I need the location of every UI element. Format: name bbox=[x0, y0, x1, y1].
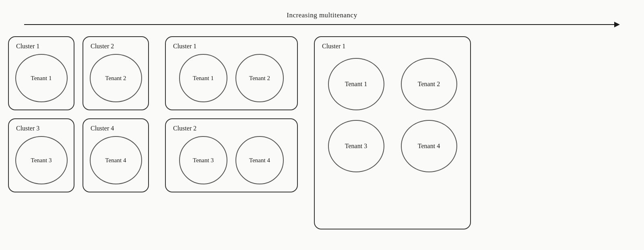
section1-cluster1-tenant1: Tenant 1 bbox=[15, 54, 68, 102]
section1-cluster4-label: Cluster 4 bbox=[89, 125, 142, 132]
section1-cluster1-tenant1-label: Tenant 1 bbox=[31, 75, 52, 82]
arrow-container: Increasing multitenancy bbox=[24, 11, 620, 27]
section2-cluster2-tenant2: Tenant 4 bbox=[235, 136, 284, 184]
section3-cluster1-tenant2: Tenant 2 bbox=[401, 58, 457, 110]
section2-cluster1-label: Cluster 1 bbox=[171, 43, 291, 50]
section1-cluster2-tenant1-label: Tenant 2 bbox=[105, 75, 126, 82]
section2-cluster1-tenant2-label: Tenant 2 bbox=[249, 75, 270, 82]
section2-cluster1-tenant1-label: Tenant 1 bbox=[193, 75, 214, 82]
section2-cluster2-label: Cluster 2 bbox=[171, 125, 291, 132]
section2-cluster-2: Cluster 2 Tenant 3 Tenant 4 bbox=[165, 118, 298, 192]
section2-cluster-1: Cluster 1 Tenant 1 Tenant 2 bbox=[165, 36, 298, 110]
section1-cluster2-tenant1: Tenant 2 bbox=[90, 54, 142, 102]
page: Increasing multitenancy Cluster 1 Tenant… bbox=[0, 0, 644, 250]
section1-cluster3-tenant1: Tenant 3 bbox=[15, 136, 68, 184]
section1-cluster-4: Cluster 4 Tenant 4 bbox=[83, 118, 149, 192]
section3-cluster1-tenant4-label: Tenant 4 bbox=[418, 143, 440, 150]
section-two-clusters: Cluster 1 Tenant 1 Tenant 2 Cluster 2 Te… bbox=[165, 36, 298, 192]
section1-cluster-2: Cluster 2 Tenant 2 bbox=[83, 36, 149, 110]
section-separate-clusters: Cluster 1 Tenant 1 Cluster 2 Tenant 2 Cl… bbox=[8, 36, 149, 192]
section1-cluster-3: Cluster 3 Tenant 3 bbox=[8, 118, 74, 192]
section2-cluster1-tenant1: Tenant 1 bbox=[179, 54, 227, 102]
section3-cluster1-tenant1-label: Tenant 1 bbox=[345, 81, 367, 88]
section2-cluster2-tenant2-label: Tenant 4 bbox=[249, 157, 270, 164]
section1-cluster4-tenant1-label: Tenant 4 bbox=[105, 157, 126, 164]
section3-cluster1-tenant4: Tenant 4 bbox=[401, 120, 457, 172]
content-area: Cluster 1 Tenant 1 Cluster 2 Tenant 2 Cl… bbox=[8, 36, 636, 242]
arrow-label: Increasing multitenancy bbox=[287, 11, 357, 19]
section1-cluster1-label: Cluster 1 bbox=[14, 43, 68, 50]
section2-cluster2-tenants-row: Tenant 3 Tenant 4 bbox=[171, 136, 291, 184]
section2-cluster2-tenant1: Tenant 3 bbox=[179, 136, 227, 184]
section2-cluster1-tenant2: Tenant 2 bbox=[235, 54, 284, 102]
section3-cluster1-tenant3: Tenant 3 bbox=[328, 120, 384, 172]
section-one-cluster: Cluster 1 Tenant 1 Tenant 2 Tenant 3 Ten… bbox=[314, 36, 471, 229]
section3-cluster1-tenants-grid: Tenant 1 Tenant 2 Tenant 3 Tenant 4 bbox=[320, 54, 464, 172]
arrow-head bbox=[614, 22, 620, 27]
section1-cluster-1: Cluster 1 Tenant 1 bbox=[8, 36, 74, 110]
section1-cluster4-tenant1: Tenant 4 bbox=[90, 136, 142, 184]
section3-cluster1-tenant3-label: Tenant 3 bbox=[345, 143, 367, 150]
section3-cluster1-tenant1: Tenant 1 bbox=[328, 58, 384, 110]
section1-cluster3-tenant1-label: Tenant 3 bbox=[31, 157, 52, 164]
section2-cluster2-tenant1-label: Tenant 3 bbox=[193, 157, 214, 164]
section3-cluster-1: Cluster 1 Tenant 1 Tenant 2 Tenant 3 Ten… bbox=[314, 36, 471, 229]
section3-cluster1-tenant2-label: Tenant 2 bbox=[418, 81, 440, 88]
section2-cluster1-tenants-row: Tenant 1 Tenant 2 bbox=[171, 54, 291, 102]
section1-cluster2-label: Cluster 2 bbox=[89, 43, 142, 50]
arrow-line bbox=[24, 24, 614, 25]
section1-cluster3-label: Cluster 3 bbox=[14, 125, 68, 132]
arrow-line-wrapper bbox=[24, 22, 620, 27]
section3-cluster1-label: Cluster 1 bbox=[320, 43, 464, 50]
